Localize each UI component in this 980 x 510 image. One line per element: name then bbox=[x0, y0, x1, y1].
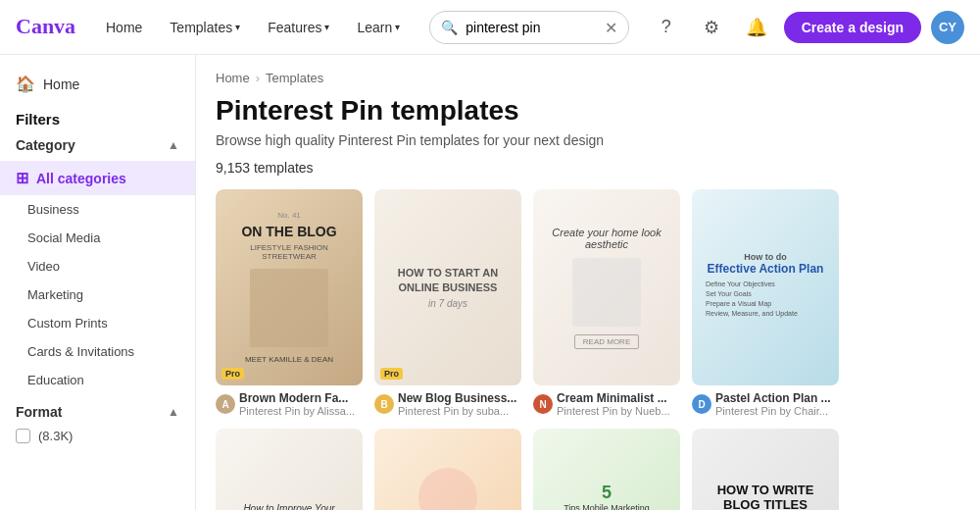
format-checkbox[interactable] bbox=[16, 429, 30, 443]
format-checkbox-item[interactable]: (8.3K) bbox=[0, 424, 195, 448]
card-headline: Effective Action Plan bbox=[708, 262, 824, 276]
notifications-button[interactable]: 🔔 bbox=[739, 10, 774, 45]
card-info: B New Blog Business... Pinterest Pin by … bbox=[374, 391, 521, 417]
sidebar-item-custom-prints[interactable]: Custom Prints bbox=[0, 309, 195, 337]
breadcrumb-templates: Templates bbox=[266, 71, 323, 85]
card-author: Pinterest Pin by Nueb... bbox=[557, 405, 670, 417]
template-count: 9,153 templates bbox=[216, 160, 960, 176]
breadcrumb-home[interactable]: Home bbox=[216, 71, 250, 85]
grid-icon: ⊞ bbox=[16, 169, 28, 187]
card-headline: HOW TO WRITE BLOG TITLES bbox=[702, 483, 829, 510]
card-author: Pinterest Pin by suba... bbox=[398, 405, 516, 417]
chevron-up-icon: ▲ bbox=[168, 138, 179, 152]
nav-home[interactable]: Home bbox=[96, 14, 152, 41]
chevron-down-icon: ▾ bbox=[235, 22, 240, 32]
canva-logo[interactable]: Canva bbox=[16, 14, 80, 40]
svg-text:Canva: Canva bbox=[16, 14, 75, 37]
breadcrumb: Home › Templates bbox=[216, 71, 960, 85]
pro-badge: Pro bbox=[380, 368, 403, 380]
card-title: Pastel Action Plan ... bbox=[715, 391, 831, 405]
sidebar-item-cards-invitations[interactable]: Cards & Invitations bbox=[0, 337, 195, 366]
page-title: Pinterest Pin templates bbox=[216, 95, 960, 127]
sidebar-item-social-media[interactable]: Social Media bbox=[0, 224, 195, 252]
sidebar: 🏠 Home Filters Category ▲ ⊞ All categori… bbox=[0, 55, 196, 510]
card-headline: Create your home look aesthetic bbox=[543, 227, 670, 250]
chevron-down-icon: ▾ bbox=[324, 22, 329, 32]
card-meta: A Brown Modern Fa... Pinterest Pin by Al… bbox=[216, 391, 363, 417]
card-author: Pinterest Pin by Chair... bbox=[715, 405, 831, 417]
card-title: New Blog Business... bbox=[398, 391, 516, 405]
card-headline: How to Improve Your Entrepreneur Mindset bbox=[225, 502, 353, 511]
template-card[interactable]: Create your home look aesthetic READ MOR… bbox=[533, 189, 680, 417]
chevron-down-icon: ▾ bbox=[395, 22, 400, 32]
card-image-placeholder bbox=[250, 269, 328, 347]
template-card[interactable]: HOW TO WRITE BLOG TITLES B Blog Titles..… bbox=[692, 429, 839, 510]
card-subheadline: LIFESTYLE FASHION STREETWEAR bbox=[225, 243, 353, 261]
card-info: A Brown Modern Fa... Pinterest Pin by Al… bbox=[216, 391, 363, 417]
card-meta: D Pastel Action Plan ... Pinterest Pin b… bbox=[692, 391, 839, 417]
search-bar: 🔍 ✕ bbox=[429, 11, 629, 44]
sidebar-item-video[interactable]: Video bbox=[0, 252, 195, 280]
template-card[interactable]: How to do Effective Action Plan Define Y… bbox=[692, 189, 839, 417]
nav-templates[interactable]: Templates ▾ bbox=[160, 14, 250, 41]
card-title: Brown Modern Fa... bbox=[239, 391, 355, 405]
search-icon: 🔍 bbox=[441, 20, 458, 35]
main-layout: 🏠 Home Filters Category ▲ ⊞ All categori… bbox=[0, 55, 980, 510]
sidebar-home[interactable]: 🏠 Home bbox=[0, 67, 195, 101]
card-meta: N Cream Minimalist ... Pinterest Pin by … bbox=[533, 391, 680, 417]
template-card[interactable]: 5 Tips Mobile Marketing M Tips Mobile...… bbox=[533, 429, 680, 510]
template-card[interactable]: No. 41 ON THE BLOG LIFESTYLE FASHION STR… bbox=[216, 189, 363, 417]
chevron-up-icon: ▲ bbox=[168, 405, 179, 419]
card-cta: READ MORE bbox=[574, 334, 639, 349]
help-button[interactable]: ? bbox=[649, 10, 684, 45]
card-meta: B New Blog Business... Pinterest Pin by … bbox=[374, 391, 521, 417]
search-input[interactable] bbox=[429, 11, 629, 44]
format-section[interactable]: Format ▲ bbox=[0, 394, 195, 424]
card-title: Cream Minimalist ... bbox=[557, 391, 670, 405]
page-subtitle: Browse high quality Pinterest Pin templa… bbox=[216, 132, 960, 148]
nav-learn[interactable]: Learn ▾ bbox=[347, 14, 410, 41]
card-avatar: B bbox=[374, 394, 394, 414]
card-image-placeholder bbox=[418, 468, 477, 510]
filters-heading: Filters bbox=[0, 101, 195, 129]
card-headline: HOW TO START AN ONLINE BUSINESS bbox=[384, 266, 512, 294]
breadcrumb-separator: › bbox=[256, 71, 260, 85]
card-author: Pinterest Pin by Alissa... bbox=[239, 405, 355, 417]
sidebar-item-education[interactable]: Education bbox=[0, 366, 195, 394]
avatar[interactable]: CY bbox=[931, 11, 964, 44]
template-card[interactable]: HOW TO START AN ONLINE BUSINESS in 7 day… bbox=[374, 189, 521, 417]
card-date: No. 41 bbox=[277, 211, 301, 220]
create-design-button[interactable]: Create a design bbox=[784, 12, 921, 43]
card-text: MEET KAMILLE & DEAN bbox=[245, 355, 333, 364]
card-avatar: D bbox=[692, 394, 711, 414]
sidebar-item-all-categories[interactable]: ⊞ All categories bbox=[0, 161, 195, 195]
sidebar-item-business[interactable]: Business bbox=[0, 195, 195, 224]
clear-search-button[interactable]: ✕ bbox=[605, 18, 617, 36]
nav-right-actions: ? ⚙ 🔔 Create a design CY bbox=[649, 10, 964, 45]
card-avatar: A bbox=[216, 394, 235, 414]
card-image-placeholder bbox=[572, 258, 641, 327]
template-card[interactable]: P Pink Blog... Pinterest Pin by ... bbox=[374, 429, 521, 510]
card-body: Define Your ObjectivesSet Your GoalsPrep… bbox=[702, 276, 829, 322]
home-icon: 🏠 bbox=[16, 75, 35, 93]
top-navigation: Canva Home Templates ▾ Features ▾ Learn … bbox=[0, 0, 980, 55]
template-grid: No. 41 ON THE BLOG LIFESTYLE FASHION STR… bbox=[216, 189, 960, 510]
card-avatar: N bbox=[533, 394, 553, 414]
main-content: Home › Templates Pinterest Pin templates… bbox=[196, 55, 980, 510]
template-card[interactable]: How to Improve Your Entrepreneur Mindset… bbox=[216, 429, 363, 510]
card-number: 5 bbox=[602, 483, 612, 503]
sidebar-item-marketing[interactable]: Marketing bbox=[0, 280, 195, 309]
card-headline: ON THE BLOG bbox=[241, 224, 336, 240]
nav-features[interactable]: Features ▾ bbox=[258, 14, 339, 41]
card-info: N Cream Minimalist ... Pinterest Pin by … bbox=[533, 391, 680, 417]
card-info: D Pastel Action Plan ... Pinterest Pin b… bbox=[692, 391, 839, 417]
card-headline: Tips Mobile Marketing bbox=[564, 503, 650, 511]
card-subheadline: in 7 days bbox=[428, 298, 467, 309]
settings-button[interactable]: ⚙ bbox=[694, 10, 729, 45]
category-section[interactable]: Category ▲ bbox=[0, 129, 195, 161]
card-how-to: How to do bbox=[744, 252, 787, 262]
pro-badge: Pro bbox=[221, 368, 244, 380]
